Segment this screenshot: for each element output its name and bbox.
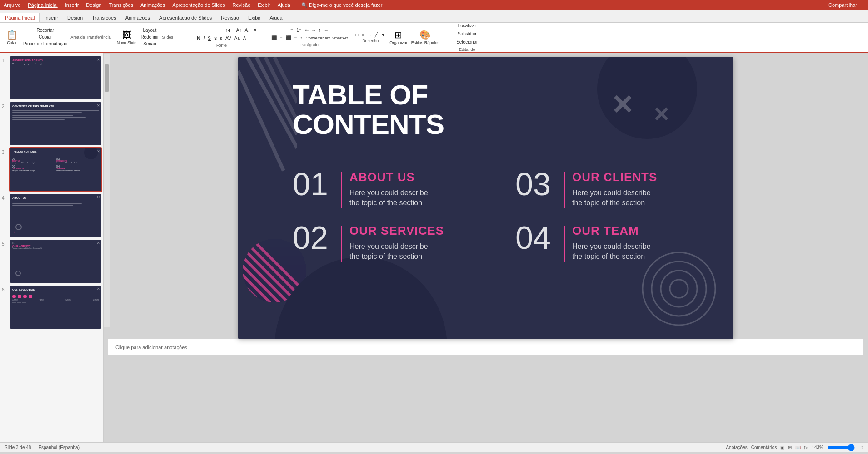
font-size-input[interactable] bbox=[222, 27, 234, 34]
comments-button[interactable]: Comentários bbox=[751, 445, 777, 450]
cut-button[interactable]: Recortar bbox=[22, 27, 69, 34]
italic-button[interactable]: I bbox=[202, 35, 206, 42]
menu-apresentacao[interactable]: Apresentação de Slides bbox=[172, 2, 225, 8]
spacing-button[interactable]: AV bbox=[224, 35, 233, 42]
layout-button[interactable]: Layout bbox=[139, 27, 160, 34]
menu-pagina-inicial[interactable]: Página Inicial bbox=[28, 2, 57, 8]
view-reading-button[interactable]: 📖 bbox=[795, 445, 801, 450]
slide-5-thumb[interactable]: ✕ 01 OUR AGENCY You can enter a subtitle… bbox=[10, 240, 101, 283]
align-left-button[interactable]: ⬛ bbox=[270, 35, 278, 41]
decrease-indent-button[interactable]: ⇤ bbox=[304, 27, 310, 34]
slide-1-close[interactable]: ✕ bbox=[97, 58, 100, 62]
font-color-button[interactable]: A bbox=[242, 35, 248, 42]
numbering-button[interactable]: 1≡ bbox=[295, 27, 303, 34]
slide-panel: 1 ✕ ADVERTISING AGENCY Here is where you… bbox=[0, 53, 104, 442]
slide-2-thumb[interactable]: ✕ CONTENTS OF THIS TEMPLATE bbox=[10, 102, 101, 145]
menu-diga-me[interactable]: 🔍 Diga-me o que você deseja fazer bbox=[301, 2, 390, 8]
shadow-button[interactable]: s bbox=[219, 35, 224, 42]
view-slideshow-button[interactable]: ▷ bbox=[804, 445, 808, 450]
menu-arquivo[interactable]: Arquivo bbox=[4, 2, 20, 8]
replace-button[interactable]: Substituir bbox=[456, 31, 478, 37]
toc-desc-4: Here you could describe the topic of the… bbox=[572, 242, 651, 262]
rect-button[interactable]: □ bbox=[354, 32, 359, 38]
arrow-button[interactable]: → bbox=[366, 32, 373, 38]
drawing-label: Desenho bbox=[354, 39, 387, 43]
bold-button[interactable]: N bbox=[195, 35, 201, 42]
shapes-more[interactable]: ▼ bbox=[379, 32, 387, 38]
scroll-bar[interactable] bbox=[104, 54, 110, 327]
paste-button[interactable]: 📋 Colar bbox=[4, 29, 20, 46]
smartart-button[interactable]: Converter em SmartArt bbox=[304, 35, 349, 41]
oval-button[interactable]: ○ bbox=[360, 32, 365, 38]
share-button[interactable]: Compartilhar bbox=[828, 2, 857, 8]
slide-5-number: 5 bbox=[2, 242, 10, 247]
slide-6-close[interactable]: ✕ bbox=[97, 287, 100, 291]
menu-animacoes[interactable]: Animações bbox=[140, 2, 165, 8]
zoom-slider[interactable] bbox=[827, 445, 863, 450]
tab-exibir[interactable]: Exibir bbox=[244, 13, 265, 22]
menu-revisao[interactable]: Revisão bbox=[233, 2, 251, 8]
quick-styles-button[interactable]: 🎨 Estilos Rápidos bbox=[410, 29, 440, 46]
tab-design[interactable]: Design bbox=[63, 13, 87, 22]
slide-4-lines bbox=[10, 200, 101, 208]
slide-title-text: TABLE OF CONTENTS bbox=[293, 80, 444, 139]
slide-2-container: 2 ✕ CONTENTS OF THIS TEMPLATE bbox=[2, 102, 101, 145]
tab-animacoes[interactable]: Animações bbox=[121, 13, 155, 22]
tab-ajuda[interactable]: Ajuda bbox=[265, 13, 287, 22]
tab-inserir[interactable]: Inserir bbox=[40, 13, 63, 22]
tab-revisao[interactable]: Revisão bbox=[216, 13, 244, 22]
slide-2-title: CONTENTS OF THIS TEMPLATE bbox=[10, 102, 101, 109]
align-right-button[interactable]: ⬛ bbox=[284, 35, 293, 41]
justify-button[interactable]: ≡ bbox=[293, 35, 299, 41]
slides-label: Slides bbox=[162, 35, 173, 39]
menu-design[interactable]: Design bbox=[86, 2, 101, 8]
zoom-level: 143% bbox=[812, 445, 823, 450]
view-slide-sorter-button[interactable]: ⊞ bbox=[788, 445, 792, 450]
menu-exibir[interactable]: Exibir bbox=[258, 2, 270, 8]
clear-format-button[interactable]: ✗ bbox=[252, 27, 258, 34]
decrease-font-button[interactable]: A↓ bbox=[243, 27, 251, 34]
select-button[interactable]: Selecionar bbox=[455, 39, 479, 45]
section-button[interactable]: Seção bbox=[139, 41, 160, 47]
font-name-input[interactable] bbox=[185, 27, 221, 34]
slide-3-thumb[interactable]: ✕ ✕ TABLE OF CONTENTS 01 ABOUT US Here y… bbox=[10, 148, 101, 191]
bullets-button[interactable]: ≡ bbox=[289, 27, 294, 34]
main-slide[interactable]: ✕ ✕ bbox=[238, 57, 733, 339]
organize-button[interactable]: ⊞ Organizar bbox=[389, 29, 409, 46]
menu-inserir[interactable]: Inserir bbox=[65, 2, 79, 8]
strikethrough-button[interactable]: S̶ bbox=[213, 35, 218, 42]
toc-items: 01 ABOUT US Here you could describe the … bbox=[293, 168, 711, 262]
reset-button[interactable]: Redefinir bbox=[139, 34, 160, 40]
increase-font-button[interactable]: A↑ bbox=[235, 27, 243, 34]
line-button[interactable]: ╱ bbox=[374, 32, 379, 38]
editing-group: Localizar Substituir Selecionar Editando bbox=[453, 24, 481, 51]
new-slide-button[interactable]: 🖼 Novo Slide bbox=[116, 29, 138, 46]
slide-4-thumb[interactable]: ✕ ABOUT US ✕ ✕ bbox=[10, 194, 101, 237]
notes-button[interactable]: Anotações bbox=[726, 445, 747, 450]
slide-4-close[interactable]: ✕ bbox=[97, 195, 100, 199]
drawing-group: □ ○ → ╱ ▼ Desenho ⊞ Organizar 🎨 Estilos … bbox=[352, 24, 452, 51]
tab-apresentacao[interactable]: Apresentação de Slides bbox=[155, 13, 216, 22]
toc-divider-2 bbox=[341, 226, 342, 262]
increase-indent-button[interactable]: ⇥ bbox=[310, 27, 317, 34]
format-painter-button[interactable]: Pincel de Formatação bbox=[22, 41, 69, 47]
menu-ajuda[interactable]: Ajuda bbox=[278, 2, 290, 8]
slide-1-thumb[interactable]: ✕ ADVERTISING AGENCY Here is where your … bbox=[10, 56, 101, 99]
direction-button[interactable]: ↔ bbox=[323, 27, 330, 34]
find-button[interactable]: Localizar bbox=[457, 23, 478, 29]
deco-x-small: ✕ bbox=[653, 103, 670, 127]
copy-button[interactable]: Copiar bbox=[22, 34, 69, 40]
tab-transicoes[interactable]: Transições bbox=[87, 13, 120, 22]
menu-transicoes[interactable]: Transições bbox=[109, 2, 133, 8]
line-spacing-button[interactable]: ↕ bbox=[299, 35, 304, 41]
columns-button[interactable]: ⫿ bbox=[317, 27, 322, 34]
notes-bar[interactable]: Clique para adicionar anotações bbox=[108, 339, 863, 355]
view-normal-button[interactable]: ▣ bbox=[780, 445, 784, 450]
align-center-button[interactable]: ≡ bbox=[279, 35, 284, 41]
slide-2-close[interactable]: ✕ bbox=[97, 104, 100, 108]
slide-6-thumb[interactable]: ✕ OUR EVOLUTION JUPITER VENUS bbox=[10, 286, 101, 329]
underline-button[interactable]: S bbox=[206, 35, 212, 42]
change-case-button[interactable]: Aa bbox=[233, 35, 241, 42]
tab-pagina-inicial[interactable]: Página Inicial bbox=[0, 13, 40, 22]
toc-number-3: 03 bbox=[515, 168, 556, 200]
